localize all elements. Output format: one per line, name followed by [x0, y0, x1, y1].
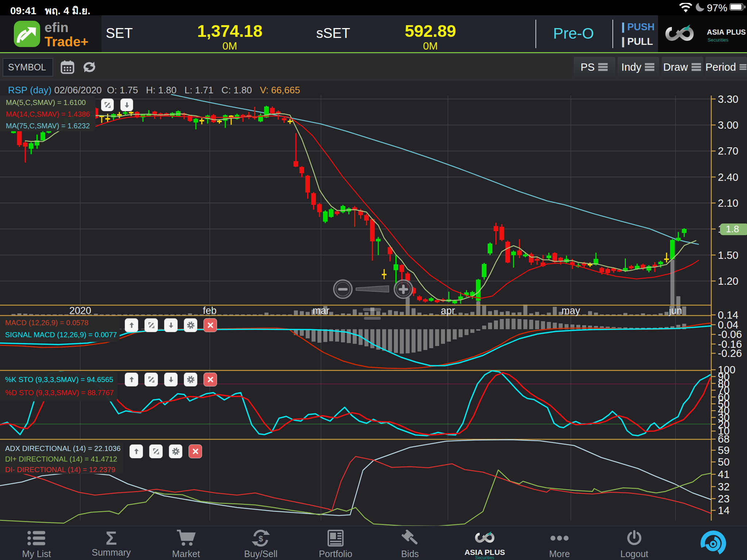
svg-text:feb: feb [203, 305, 217, 316]
svg-text:23: 23 [718, 493, 729, 505]
svg-text:1.20: 1.20 [718, 275, 738, 287]
svg-text:1.8: 1.8 [726, 223, 739, 234]
svg-text:3.00: 3.00 [718, 119, 738, 131]
svg-text:mar: mar [313, 305, 330, 316]
svg-text:-0.26: -0.26 [718, 347, 742, 359]
svg-text:may: may [561, 305, 580, 316]
svg-text:2.40: 2.40 [718, 171, 738, 183]
svg-text:59: 59 [718, 444, 729, 456]
svg-text:32: 32 [718, 481, 729, 493]
svg-text:14: 14 [718, 505, 729, 516]
svg-text:$: $ [259, 534, 263, 543]
svg-text:50: 50 [718, 456, 729, 468]
svg-text:2.70: 2.70 [718, 145, 738, 157]
svg-text:68: 68 [718, 433, 729, 445]
svg-text:jun: jun [669, 305, 682, 316]
svg-text:1.50: 1.50 [718, 249, 738, 261]
svg-text:2.10: 2.10 [718, 197, 738, 209]
svg-text:2020: 2020 [69, 305, 91, 316]
svg-text:41: 41 [718, 468, 729, 480]
svg-text:3.30: 3.30 [718, 93, 738, 105]
svg-text:apr: apr [441, 305, 455, 316]
